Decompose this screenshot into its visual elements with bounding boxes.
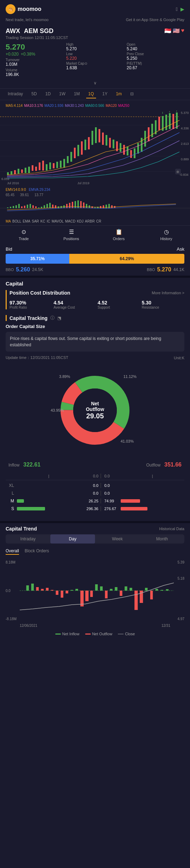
profit-ratio-label: Profit Ratio: [10, 306, 52, 309]
outflow-num-m: 74.99: [103, 499, 121, 503]
store-text: Get it on App Store & Google Play: [126, 18, 184, 22]
tagline: Next trade, let's moomoo: [6, 18, 49, 22]
low-value: 5.220: [66, 56, 124, 61]
indicator-mavol[interactable]: MAVOL: [52, 219, 64, 223]
tab-1m[interactable]: 1M: [72, 90, 82, 98]
donut-center-label2: Outflow: [86, 406, 104, 412]
market-cap-label: Market Cap⊙: [66, 62, 124, 65]
svg-text:4.336: 4.336: [181, 127, 189, 130]
svg-rect-95: [83, 202, 84, 208]
tab-1d[interactable]: 1D: [43, 90, 53, 98]
bbo-row: BBO 5.260 24.5K BBO 5.270 44.1K: [6, 266, 184, 273]
indicator-macd[interactable]: MACD: [65, 219, 75, 223]
svg-rect-127: [90, 591, 93, 597]
trend-subtab-block[interactable]: Block Orders: [25, 548, 49, 555]
svg-text:Jul 2019: Jul 2019: [77, 181, 89, 185]
svg-rect-11: [28, 167, 30, 173]
ask-label: Ask: [177, 246, 184, 252]
share-icon[interactable]: ⬔: [57, 316, 61, 321]
svg-text:Jul 2016: Jul 2016: [7, 181, 19, 185]
ask-bar: 64.29%: [69, 254, 184, 264]
size-s: S: [6, 506, 14, 511]
indicator-kc[interactable]: KC: [40, 219, 45, 223]
svg-rect-26: [81, 141, 83, 155]
y-right-mid: 5.18: [174, 577, 184, 580]
indicator-arbr[interactable]: ARBR: [85, 219, 95, 223]
svg-rect-121: [61, 591, 63, 598]
trend-subtab-overall[interactable]: Overall: [6, 548, 19, 555]
ema-labels: EMV14:0.9:0 EMVA:29.234: [0, 187, 190, 192]
trend-tab-month[interactable]: Month: [140, 534, 184, 544]
indicator-ma[interactable]: MA: [6, 219, 11, 223]
inflow-bar-l: [17, 491, 81, 495]
svg-rect-70: [13, 206, 14, 208]
svg-text:2.613: 2.613: [181, 142, 189, 146]
capital-tracking-block: Capital Tracking ⓘ ⬔: [6, 315, 184, 321]
tab-intraday[interactable]: Intraday: [6, 90, 25, 98]
legend-inflow-label: Net Inflow: [62, 632, 80, 636]
positions-button[interactable]: ☰ Positions: [48, 229, 95, 241]
donut-center: Net Outflow 29.05: [86, 401, 104, 420]
svg-rect-115: [31, 584, 34, 591]
stock-price: 5.270: [6, 43, 63, 52]
logo-text: moomoo: [18, 6, 42, 12]
svg-rect-33: [106, 135, 107, 146]
flow-header: | 0.0 0.0 |: [6, 472, 184, 480]
info-icon[interactable]: ⓘ: [50, 315, 55, 321]
apple-icon[interactable]: : [176, 6, 178, 12]
ma-labels: MA5:4.114 MA10:3.176 MA20:1.936 MA30:1.2…: [0, 103, 190, 108]
turnover-value: 1.03M: [6, 62, 63, 67]
svg-rect-78: [35, 206, 37, 208]
donut-center-label: Net: [86, 401, 104, 406]
resistance-label: Resistance: [142, 306, 184, 309]
tab-1w[interactable]: 1W: [57, 90, 68, 98]
more-info-link[interactable]: More Information >: [152, 291, 184, 295]
svg-rect-7: [14, 170, 16, 174]
tab-settings[interactable]: ⊟: [128, 90, 136, 98]
play-icon[interactable]: ▶: [180, 6, 184, 12]
svg-rect-15: [42, 161, 44, 171]
historical-data-link[interactable]: Historical Data: [159, 527, 184, 531]
svg-rect-131: [110, 589, 112, 591]
market-cap-value: 1.63B: [66, 65, 124, 70]
macd-val3: 13.77: [34, 193, 43, 197]
trend-chart-area: [20, 559, 174, 622]
legend-outflow-label: Net Outflow: [92, 632, 112, 636]
trend-tab-week[interactable]: Week: [95, 534, 140, 544]
tab-1q[interactable]: 1Q: [86, 90, 96, 98]
indicator-ema[interactable]: EMA: [23, 219, 31, 223]
position-cost-title: Position Cost Distribution: [10, 290, 70, 296]
svg-rect-53: [176, 112, 178, 129]
expand-row[interactable]: ∨: [6, 79, 184, 87]
svg-rect-80: [41, 207, 42, 208]
bbo-ask: BBO 5.270 44.1K: [147, 266, 184, 273]
trend-tab-intraday[interactable]: Intraday: [6, 534, 50, 544]
svg-rect-72: [18, 204, 20, 208]
svg-rect-136: [134, 591, 138, 610]
indicator-cr[interactable]: CR: [96, 219, 101, 223]
tab-5d[interactable]: 5D: [29, 90, 39, 98]
bid-size: 24.5K: [32, 267, 43, 272]
tab-1min[interactable]: 1m: [114, 90, 124, 98]
svg-rect-71: [15, 205, 17, 208]
indicator-boll[interactable]: BOLL: [12, 219, 21, 223]
tab-1y[interactable]: 1Y: [100, 90, 110, 98]
indicator-kdj[interactable]: KDJ: [77, 219, 83, 223]
tab-bar: Intraday 5D 1D 1W 1M 1Q 1Y 1m ⊟: [0, 89, 190, 100]
svg-rect-69: [10, 207, 11, 208]
svg-rect-116: [36, 587, 39, 591]
history-button[interactable]: ◷ History: [142, 229, 190, 241]
pe-label: P/E(TTM): [127, 62, 184, 65]
main-chart[interactable]: 5.370 4.336 2.613 0.889 -0.834 Jul 2016 …: [0, 110, 190, 187]
svg-rect-135: [129, 588, 132, 591]
heart-icon[interactable]: ♥: [181, 27, 185, 34]
bottom-pad: [6, 636, 184, 644]
macd-chart[interactable]: [0, 198, 190, 219]
indicator-sar[interactable]: SAR: [32, 219, 39, 223]
trade-button[interactable]: ⊙ Trade: [0, 229, 48, 241]
indicator-row[interactable]: MA BOLL EMA SAR KC IC MAVOL MACD KDJ ARB…: [0, 219, 190, 224]
orders-button[interactable]: 📋 Orders: [95, 229, 142, 241]
open-label: Open: [127, 43, 184, 46]
trend-tab-day[interactable]: Day: [50, 534, 95, 544]
indicator-ic[interactable]: IC: [47, 219, 50, 223]
